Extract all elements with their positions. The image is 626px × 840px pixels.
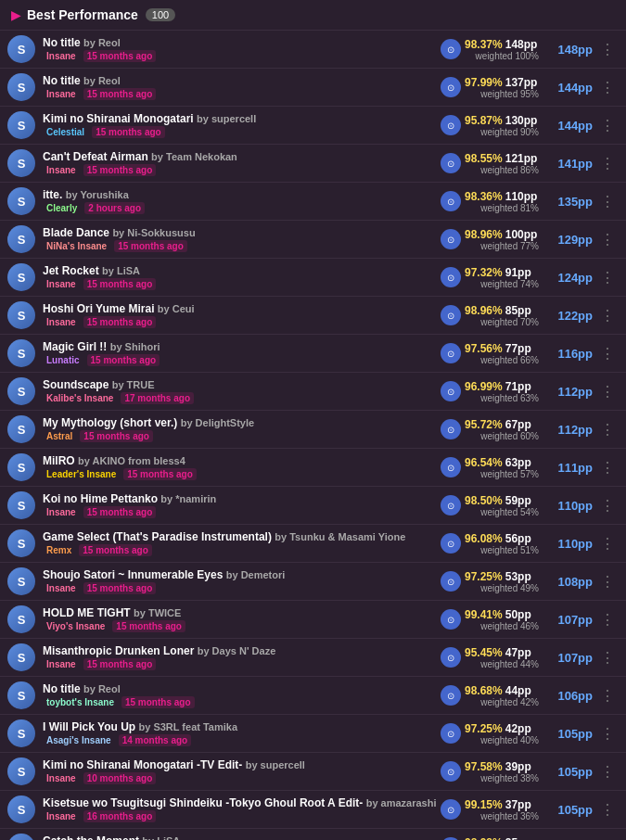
score-details: ⊙ 98.50% 59pp weighted 54% [441,494,539,517]
song-info: Game Select (That's Paradise Instrumenta… [43,530,441,556]
mod-icon: ⊙ [441,419,461,439]
weighted-pp: weighted 100% [465,51,539,61]
song-by: by Ceui [158,303,195,314]
time-ago: 15 months ago [112,620,185,632]
more-options-button[interactable]: ⋮ [596,267,619,288]
avatar: S [7,529,35,557]
more-options-button[interactable]: ⋮ [596,723,619,745]
pp-total: 141pp [544,157,593,171]
pp-raw: 39pp [505,760,531,773]
more-options-button[interactable]: ⋮ [596,609,619,630]
difficulty-tag: Insane [43,50,80,62]
song-subtitle: Insane 15 months ago [43,582,441,594]
song-title: I Will Pick You Up by S3RL feat Tamika [43,720,441,733]
song-title: Hoshi Ori Yume Mirai by Ceui [43,302,441,315]
song-subtitle: Astral 15 months ago [43,430,441,442]
accuracy-block: 97.25% 42pp weighted 40% [465,722,539,745]
table-row: S Magic Girl !! by Shihori Lunatic 15 mo… [0,335,626,373]
time-ago: 17 months ago [121,392,194,404]
avatar: S [7,301,35,329]
more-options-button[interactable]: ⋮ [596,533,619,554]
more-options-button[interactable]: ⋮ [596,381,619,402]
accuracy-value: 98.55% [465,152,503,165]
more-options-button[interactable]: ⋮ [596,229,619,250]
weighted-pp: weighted 36% [465,811,539,821]
song-info: Jet Rocket by LiSA Insane 15 months ago [43,264,441,290]
more-options-button[interactable]: ⋮ [596,343,619,364]
accuracy-block: 99.41% 50pp weighted 46% [465,608,539,631]
more-options-button[interactable]: ⋮ [596,457,619,478]
time-ago: 15 months ago [123,468,197,480]
song-subtitle: Insane 16 months ago [43,810,441,822]
more-options-button[interactable]: ⋮ [596,571,619,592]
pp-total: 116pp [544,347,593,361]
accuracy-row: 96.99% 71pp [465,380,539,393]
accuracy-value: 99.15% [465,798,503,811]
pp-raw: 56pp [505,532,531,545]
difficulty-tag: Insane [43,278,80,290]
difficulty-tag: Insane [43,164,80,176]
more-options-button[interactable]: ⋮ [596,647,619,668]
time-ago: 15 months ago [83,278,157,290]
mod-icon: ⊙ [441,381,461,401]
more-options-button[interactable]: ⋮ [596,761,619,783]
song-title: itte. by Yorushika [43,188,441,201]
pp-total: 108pp [544,575,593,589]
weighted-pp: weighted 63% [465,393,539,403]
score-details: ⊙ 98.36% 110pp weighted 81% [441,190,539,213]
accuracy-block: 96.99% 71pp weighted 63% [465,380,539,403]
song-info: Kisetsue wo Tsugitsugi Shindeiku -Tokyo … [43,796,441,822]
song-subtitle: Insane 15 months ago [43,164,441,176]
accuracy-value: 98.50% [465,494,503,507]
title-text: Magic Girl !! [43,340,107,353]
accuracy-row: 97.25% 53pp [465,570,539,583]
table-row: S No title by Reol toybot's Insane 15 mo… [0,677,626,715]
table-row: S Hoshi Ori Yume Mirai by Ceui Insane 15… [0,297,626,335]
time-ago: 14 months ago [119,734,192,746]
more-options-button[interactable]: ⋮ [596,115,619,136]
pp-raw: 67pp [505,418,531,431]
performance-icon: ▶ [11,7,21,22]
song-title: Kimi no Shiranai Monogatari by supercell [43,112,441,125]
score-details: ⊙ 97.56% 77pp weighted 66% [441,342,539,365]
mod-icon: ⊙ [441,191,461,211]
more-options-button[interactable]: ⋮ [596,685,619,706]
weighted-pp: weighted 46% [465,621,539,631]
mod-icon: ⊙ [441,799,461,820]
more-options-button[interactable]: ⋮ [596,837,619,841]
song-info: My Mythology (short ver.) by DelightStyl… [43,416,441,442]
score-details: ⊙ 96.08% 56pp weighted 51% [441,532,539,555]
time-ago: 15 months ago [79,544,152,556]
more-options-button[interactable]: ⋮ [596,191,619,212]
more-options-button[interactable]: ⋮ [596,305,619,326]
weighted-pp: weighted 44% [465,659,539,669]
song-by: by Reol [83,683,121,694]
accuracy-row: 98.96% 100pp [465,228,539,241]
more-options-button[interactable]: ⋮ [596,419,619,440]
song-subtitle: Insane 10 months ago [43,772,441,784]
song-by: by DelightStyle [181,417,254,428]
table-row: S Can't Defeat Airman by Team Nekokan In… [0,145,626,183]
weighted-pp: weighted 54% [465,507,539,517]
accuracy-row: 96.54% 63pp [465,456,539,469]
more-options-button[interactable]: ⋮ [596,799,619,821]
more-options-button[interactable]: ⋮ [596,153,619,174]
difficulty-tag: Insane [43,658,80,670]
difficulty-tag: Kalibe's Insane [43,392,117,404]
time-ago: 16 months ago [83,810,157,822]
score-details: ⊙ 99.41% 50pp weighted 46% [441,608,539,631]
song-info: Kimi no Shiranai Monogatari -TV Edit- by… [43,758,441,784]
song-subtitle: Lunatic 15 months ago [43,354,441,366]
accuracy-block: 98.96% 100pp weighted 77% [465,228,539,251]
more-options-button[interactable]: ⋮ [596,39,619,60]
more-options-button[interactable]: ⋮ [596,77,619,98]
title-text: I Will Pick You Up [43,720,135,733]
accuracy-value: 98.37% [465,38,503,51]
table-row: S Game Select (That's Paradise Instrumen… [0,525,626,563]
weighted-pp: weighted 49% [465,583,539,593]
avatar: S [7,263,35,291]
more-options-button[interactable]: ⋮ [596,495,619,516]
song-title: No title by Reol [43,74,441,87]
title-text: itte. [43,188,62,201]
pp-total: 112pp [544,423,593,437]
